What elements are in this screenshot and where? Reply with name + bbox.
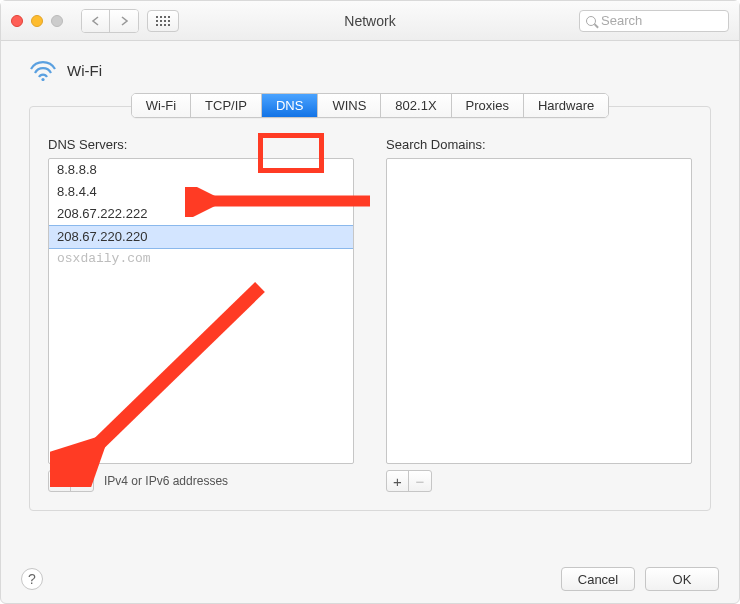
- close-window-button[interactable]: [11, 15, 23, 27]
- tab-wins[interactable]: WINS: [318, 94, 381, 117]
- cancel-button[interactable]: Cancel: [561, 567, 635, 591]
- dns-panel: DNS Servers: 8.8.8.8 8.8.4.4 208.67.222.…: [29, 106, 711, 511]
- wifi-icon: [29, 59, 57, 81]
- minimize-window-button[interactable]: [31, 15, 43, 27]
- tab-tcpip[interactable]: TCP/IP: [191, 94, 262, 117]
- search-domains-label: Search Domains:: [386, 137, 692, 152]
- tab-8021x[interactable]: 802.1X: [381, 94, 451, 117]
- domain-add-button[interactable]: +: [387, 471, 409, 491]
- titlebar: Network Search: [1, 1, 739, 41]
- svg-point-0: [41, 78, 44, 81]
- window-controls: [11, 15, 63, 27]
- forward-button[interactable]: [110, 10, 138, 32]
- dns-add-button[interactable]: +: [49, 471, 71, 491]
- zoom-window-button[interactable]: [51, 15, 63, 27]
- interface-name: Wi-Fi: [67, 62, 102, 79]
- tab-wifi[interactable]: Wi-Fi: [132, 94, 191, 117]
- tab-dns[interactable]: DNS: [262, 94, 318, 117]
- dns-server-row[interactable]: 208.67.222.222: [49, 203, 353, 225]
- grid-icon: [156, 16, 170, 26]
- tab-proxies[interactable]: Proxies: [452, 94, 524, 117]
- interface-header: Wi-Fi: [29, 59, 711, 81]
- tabs-segmented-control: Wi-Fi TCP/IP DNS WINS 802.1X Proxies Har…: [131, 93, 610, 118]
- search-domains-list[interactable]: [386, 158, 692, 464]
- network-preferences-window: Network Search Wi-Fi Wi-Fi TCP/IP DNS: [0, 0, 740, 604]
- dns-server-row[interactable]: 8.8.8.8: [49, 159, 353, 181]
- dns-hint: IPv4 or IPv6 addresses: [104, 474, 228, 488]
- search-placeholder: Search: [601, 13, 642, 28]
- nav-buttons: [81, 9, 139, 33]
- back-button[interactable]: [82, 10, 110, 32]
- search-icon: [586, 16, 596, 26]
- tab-hardware[interactable]: Hardware: [524, 94, 608, 117]
- show-all-prefs-button[interactable]: [147, 10, 179, 32]
- dns-servers-pm-group: + −: [48, 470, 94, 492]
- domain-remove-button[interactable]: −: [409, 471, 431, 491]
- watermark-text: osxdaily.com: [49, 249, 353, 268]
- dns-servers-label: DNS Servers:: [48, 137, 354, 152]
- search-field[interactable]: Search: [579, 10, 729, 32]
- dialog-footer: ? Cancel OK: [21, 567, 719, 591]
- dns-remove-button[interactable]: −: [71, 471, 93, 491]
- ok-button[interactable]: OK: [645, 567, 719, 591]
- help-button[interactable]: ?: [21, 568, 43, 590]
- dns-servers-list[interactable]: 8.8.8.8 8.8.4.4 208.67.222.222 208.67.22…: [48, 158, 354, 464]
- domains-pm-group: + −: [386, 470, 432, 492]
- dns-server-row[interactable]: 8.8.4.4: [49, 181, 353, 203]
- dns-server-row-selected[interactable]: 208.67.220.220: [49, 225, 353, 249]
